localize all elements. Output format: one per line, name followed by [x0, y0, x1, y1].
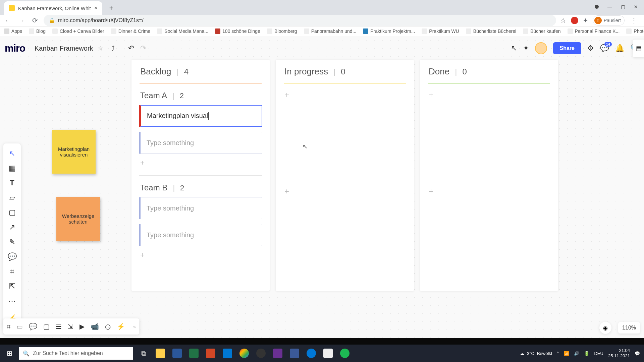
kanban-card[interactable]: Type something	[139, 132, 262, 154]
kanban-card[interactable]: Type something	[139, 224, 262, 246]
more-tools-icon[interactable]: ⋯	[3, 294, 21, 308]
zoom-level[interactable]: 110%	[618, 322, 640, 334]
add-card-button[interactable]: +	[140, 159, 261, 167]
bookmark-item[interactable]: Praktikum Projektm...	[363, 28, 415, 34]
miro-canvas[interactable]: miro Kanban Framework ☆ ⤴ ↶ ↷ ↖ ✦ Share …	[0, 36, 644, 338]
card-text[interactable]: Marketingplan visual	[147, 112, 209, 120]
cursor-mode-icon[interactable]: ↖	[511, 44, 517, 53]
close-tab-icon[interactable]: ×	[94, 5, 98, 11]
chrome-menu-icon[interactable]	[595, 5, 599, 9]
back-button[interactable]: ←	[3, 16, 13, 25]
new-tab-button[interactable]: +	[106, 2, 117, 14]
word-icon[interactable]	[169, 345, 185, 361]
add-card-button[interactable]: +	[420, 83, 558, 106]
obs-icon[interactable]	[253, 345, 269, 361]
text-tool-icon[interactable]: T	[3, 176, 21, 190]
notifications-button[interactable]: 💬 14	[600, 44, 609, 53]
bookmark-item[interactable]: Personal Finance K...	[568, 28, 620, 34]
wifi-icon[interactable]: 📶	[564, 351, 569, 356]
column-title[interactable]: In progress	[284, 66, 328, 77]
edge-icon[interactable]	[303, 345, 319, 361]
sticky-note-orange[interactable]: Werbeanzeige schalten	[56, 197, 100, 241]
spotify-icon[interactable]	[337, 345, 353, 361]
close-window-icon[interactable]: ✕	[634, 4, 638, 9]
undo-icon[interactable]: ↶	[128, 44, 134, 53]
collapse-toolbar-icon[interactable]: «	[133, 324, 136, 329]
explorer-icon[interactable]	[152, 345, 168, 361]
bookmark-apps[interactable]: Apps	[4, 28, 22, 34]
bookmark-item[interactable]: 100 schöne Dinge	[215, 28, 260, 34]
bookmark-item[interactable]: Blog	[29, 28, 46, 34]
shape-tool-icon[interactable]: ▢	[3, 205, 21, 220]
share-screen-icon[interactable]: ⇲	[68, 322, 73, 330]
add-card-button[interactable]: +	[276, 180, 414, 203]
frame-icon[interactable]: ⌗	[7, 323, 10, 330]
volume-icon[interactable]: 🔊	[574, 351, 579, 356]
add-card-button[interactable]: +	[420, 180, 558, 203]
user-avatar[interactable]	[535, 42, 547, 54]
profile-badge[interactable]: T Pausiert	[593, 15, 625, 25]
bookmark-star-icon[interactable]: ☆	[560, 16, 566, 24]
app-icon[interactable]	[286, 345, 303, 361]
tray-chevron-icon[interactable]: ˄	[557, 351, 559, 356]
weather-widget[interactable]: ☁ 3°C Bewölkt	[520, 351, 552, 356]
url-input[interactable]: 🔒 miro.com/app/board/uXjVOf8yZ1s=/	[44, 15, 556, 26]
video-icon[interactable]: 📹	[91, 322, 99, 330]
kanban-card-active[interactable]: Marketingplan visual	[139, 105, 262, 127]
favorite-star-icon[interactable]: ☆	[97, 44, 103, 52]
presentation-icon[interactable]: ▭	[16, 322, 23, 330]
reactions-icon[interactable]: ✦	[523, 44, 529, 53]
voting-icon[interactable]: ⚡	[117, 322, 125, 330]
map-toggle-icon[interactable]: ◉	[599, 322, 611, 334]
add-card-button[interactable]: +	[276, 83, 414, 106]
excel-icon[interactable]	[186, 345, 202, 361]
extensions-icon[interactable]: ✦	[583, 17, 588, 24]
connect-tool-icon[interactable]: ↗	[3, 220, 21, 235]
timer-icon[interactable]: ◷	[105, 322, 111, 330]
settings-icon[interactable]: ⚙	[587, 44, 594, 53]
start-button[interactable]: ⊞	[0, 345, 19, 362]
reload-button[interactable]: ⟳	[30, 16, 40, 25]
bookmark-item[interactable]: Praktikum WU	[422, 28, 459, 34]
sticky-note-yellow[interactable]: Marketingplan visualisieren	[52, 130, 96, 174]
chrome-icon[interactable]	[236, 345, 252, 361]
side-panel-toggle[interactable]: ▤	[633, 40, 644, 57]
notifications-icon[interactable]: 💬	[635, 351, 640, 356]
column-title[interactable]: Backlog	[140, 66, 171, 77]
bookmark-item[interactable]: Dinner & Crime	[111, 28, 151, 34]
extension-adblock-icon[interactable]	[571, 17, 578, 24]
minimize-icon[interactable]: —	[607, 4, 612, 9]
upload-tool-icon[interactable]: ⇱	[3, 279, 21, 294]
pen-tool-icon[interactable]: ✎	[3, 235, 21, 249]
record-icon[interactable]: ▶	[79, 322, 85, 330]
bookmark-item[interactable]: Photoshop lernen	[626, 28, 644, 34]
comment-tool-icon[interactable]: 💬	[3, 249, 21, 264]
template-tool-icon[interactable]: ▦	[3, 161, 21, 176]
group-title[interactable]: Team A	[140, 91, 167, 100]
bookmark-item[interactable]: Bücherliste Bücherei	[466, 28, 516, 34]
card-icon[interactable]: ▢	[43, 322, 50, 330]
list-icon[interactable]: ☰	[56, 322, 62, 330]
column-title[interactable]: Done	[429, 66, 449, 77]
bookmark-item[interactable]: Bücher kaufen	[523, 28, 560, 34]
app-icon[interactable]	[270, 345, 286, 361]
notepad-icon[interactable]	[320, 345, 336, 361]
bookmark-item[interactable]: Panoramabahn und...	[304, 28, 357, 34]
kanban-card[interactable]: Type something	[139, 197, 262, 219]
share-button[interactable]: Share	[553, 42, 581, 54]
battery-icon[interactable]: 🔋	[584, 351, 589, 356]
bookmark-item[interactable]: Cload + Canva Bilder	[52, 28, 104, 34]
frame-tool-icon[interactable]: ⌗	[3, 264, 21, 279]
language-indicator[interactable]: DEU	[594, 351, 603, 356]
sticky-tool-icon[interactable]: ▱	[3, 190, 21, 205]
chat-icon[interactable]: 💬	[29, 322, 37, 330]
taskbar-search[interactable]: 🔍 Zur Suche Text hier eingeben	[19, 347, 133, 360]
bookmark-item[interactable]: Social Media Mana...	[157, 28, 208, 34]
board-title[interactable]: Kanban Framework	[35, 45, 93, 52]
add-card-button[interactable]: +	[140, 251, 261, 259]
browser-tab[interactable]: Kanban Framework, Online Whit ×	[4, 1, 102, 15]
export-icon[interactable]: ⤴	[111, 45, 115, 52]
clock[interactable]: 21:04 25.11.2021	[608, 348, 630, 358]
group-title[interactable]: Team B	[140, 183, 167, 192]
task-view-icon[interactable]: ⧉	[136, 345, 152, 361]
